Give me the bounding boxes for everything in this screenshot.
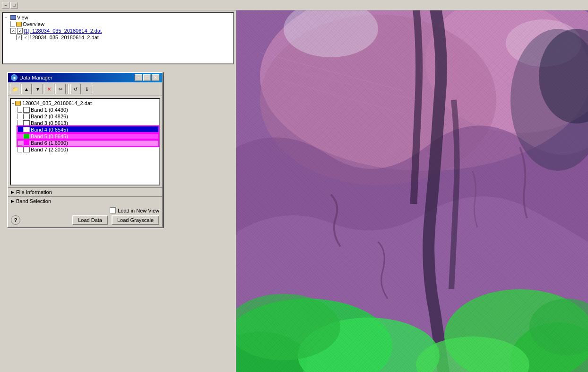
- right-panel: [236, 10, 588, 372]
- svg-rect-0: [236, 10, 588, 372]
- main-content: − View Overview [1]. 128034_035_20180614…: [0, 10, 588, 372]
- move-button[interactable]: ✂: [55, 84, 66, 94]
- band2-color: [23, 114, 30, 119]
- left-panel: − View Overview [1]. 128034_035_20180614…: [0, 10, 236, 372]
- svg-line-6: [284, 81, 406, 114]
- svg-point-13: [416, 337, 529, 372]
- band1-color: [23, 107, 30, 113]
- svg-point-15: [284, 10, 378, 57]
- tree-line: [10, 21, 15, 27]
- help-button[interactable]: ?: [11, 215, 20, 225]
- expand-icon: −: [5, 15, 10, 20]
- band7-item[interactable]: Band 7 (2.2010): [17, 146, 158, 153]
- file1-label[interactable]: [1]. 128034_035_20180614_2.dat: [24, 28, 102, 34]
- file1-item[interactable]: [1]. 128034_035_20180614_2.dat: [9, 27, 232, 34]
- dm-toolbar: 📁 ▲ ▼ ✕ ✂ ↺ ℹ: [8, 82, 162, 96]
- dm-root-label: 128034_035_20180614_2.dat: [22, 100, 92, 106]
- band4-label: Band 4 (0.6545): [31, 127, 68, 133]
- file-info-label: File Information: [16, 189, 52, 195]
- folder-icon: [16, 22, 22, 27]
- dm-win-controls: − □ ✕: [135, 74, 159, 81]
- band-selection-label: Band Selection: [16, 198, 51, 204]
- band1-item[interactable]: Band 1 (0.4430): [17, 106, 158, 113]
- band5-item[interactable]: Band 5 (0.8645): [17, 133, 158, 140]
- band2-item[interactable]: Band 2 (0.4826): [17, 113, 158, 120]
- load-new-view-checkbox[interactable]: [110, 207, 116, 213]
- svg-point-9: [298, 318, 440, 372]
- band5-label: Band 5 (0.8645): [31, 133, 68, 139]
- dm-title: Data Manager: [19, 75, 52, 80]
- band2-tree-line: [17, 114, 22, 119]
- dm-icon: ◉: [11, 74, 17, 81]
- dm-bottom-controls: Load in New View ? Load Data Load Graysc…: [8, 205, 162, 227]
- dm-close-button[interactable]: ✕: [152, 74, 159, 81]
- overview-item[interactable]: Overview: [9, 21, 232, 27]
- dm-folder-icon: [15, 101, 21, 106]
- band1-label: Band 1 (0.4430): [31, 107, 68, 113]
- svg-point-2: [425, 10, 588, 133]
- svg-line-4: [260, 53, 402, 90]
- file-info-arrow: ▶: [11, 190, 14, 195]
- load-data-button[interactable]: Load Data: [72, 215, 108, 225]
- dm-root-item[interactable]: − 128034_035_20180614_2.dat: [12, 100, 158, 106]
- band3-tree-line: [17, 120, 22, 126]
- band3-color: [23, 120, 30, 126]
- band-selection-arrow: ▶: [11, 199, 14, 204]
- up-button[interactable]: ▲: [21, 84, 32, 94]
- dm-titlebar-left: ◉ Data Manager: [11, 74, 52, 81]
- svg-point-16: [506, 19, 581, 67]
- overview-label: Overview: [23, 21, 44, 27]
- app-titlebar: − □: [0, 0, 588, 10]
- band3-item[interactable]: Band 3 (0.5613): [17, 120, 158, 126]
- dm-maximize-button[interactable]: □: [143, 74, 151, 81]
- svg-point-10: [236, 294, 340, 360]
- dm-root-expand: −: [12, 101, 14, 106]
- load-grayscale-button[interactable]: Load Grayscale: [112, 215, 159, 225]
- minimize-button[interactable]: −: [2, 2, 9, 9]
- svg-point-17: [510, 29, 588, 171]
- load-new-view-row: Load in New View: [11, 207, 159, 213]
- band4-color: [23, 127, 30, 133]
- band5-tree-line: [17, 133, 22, 139]
- down-button[interactable]: ▼: [33, 84, 43, 94]
- terrain-svg: [236, 10, 588, 372]
- check3-icon[interactable]: [16, 35, 22, 40]
- open-button[interactable]: 📁: [10, 84, 20, 94]
- check-icon[interactable]: [10, 28, 16, 34]
- dm-minimize-button[interactable]: −: [135, 74, 142, 81]
- maximize-button[interactable]: □: [10, 2, 18, 9]
- band5-color: [23, 133, 30, 139]
- band6-item[interactable]: Band 6 (1.6090): [17, 140, 158, 146]
- band4-tree-line: [17, 127, 22, 133]
- refresh-button[interactable]: ↺: [70, 84, 81, 94]
- band3-label: Band 3 (0.5613): [31, 120, 68, 126]
- check4-icon[interactable]: [23, 35, 28, 40]
- delete-button[interactable]: ✕: [44, 84, 54, 94]
- svg-point-7: [236, 299, 392, 372]
- dm-titlebar: ◉ Data Manager − □ ✕: [8, 73, 162, 82]
- dm-action-buttons: Load Data Load Grayscale: [72, 215, 159, 225]
- toolbar-separator: [68, 84, 69, 94]
- band-selection-section[interactable]: ▶ Band Selection: [8, 196, 162, 205]
- band2-label: Band 2 (0.4826): [31, 114, 68, 119]
- check2-icon[interactable]: [17, 28, 23, 34]
- band1-tree-line: [17, 107, 22, 113]
- dm-file-tree: − 128034_035_20180614_2.dat Band 1 (0.44…: [10, 98, 160, 186]
- svg-point-18: [539, 29, 588, 124]
- info-button[interactable]: ℹ: [82, 84, 92, 94]
- band7-label: Band 7 (2.2010): [31, 147, 68, 152]
- file-info-section[interactable]: ▶ File Information: [8, 187, 162, 196]
- band6-tree-line: [17, 140, 22, 146]
- view-tree: − View Overview [1]. 128034_035_20180614…: [2, 12, 234, 64]
- file2-item[interactable]: 128034_035_20180614_2.dat: [15, 34, 232, 41]
- load-new-view-label: Load in New View: [118, 208, 159, 213]
- file2-label: 128034_035_20180614_2.dat: [29, 35, 99, 40]
- view-root-item[interactable]: − View: [4, 14, 232, 21]
- band4-item[interactable]: Band 4 (0.6545): [17, 126, 158, 133]
- svg-point-14: [529, 299, 588, 355]
- data-manager-dialog: ◉ Data Manager − □ ✕ 📁 ▲ ▼ ✕ ✂ ↺ ℹ: [7, 72, 163, 228]
- svg-line-5: [274, 67, 416, 100]
- svg-point-1: [260, 10, 588, 171]
- band6-label: Band 6 (1.6090): [31, 140, 68, 146]
- svg-point-8: [236, 332, 307, 372]
